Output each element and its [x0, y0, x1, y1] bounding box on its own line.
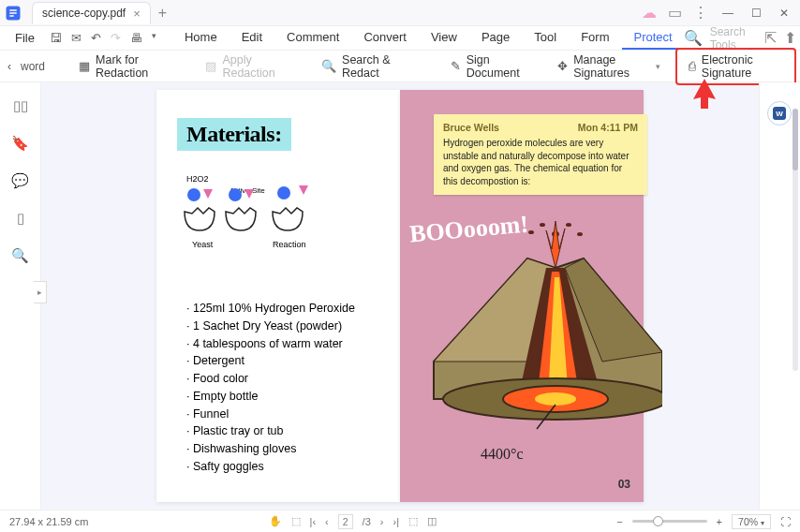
attachments-icon[interactable]: ▯: [17, 210, 24, 227]
mark-for-redaction-button[interactable]: ▦ Mark for Redaction: [67, 50, 183, 83]
apply-redaction-button: ▨ Apply Redaction: [194, 50, 299, 83]
canvas[interactable]: Materials: H2O2 Active Site Yeast: [41, 82, 759, 510]
list-item: 1 Sachet Dry Yeast (powder): [186, 318, 355, 335]
thumbnails-icon[interactable]: ▯▯: [13, 97, 28, 114]
zoom-slider-thumb[interactable]: [653, 516, 663, 526]
page-dimensions: 27.94 x 21.59 cm: [9, 516, 88, 527]
search-redact-icon: 🔍: [321, 59, 336, 73]
toolbar: ‹ word ▦ Mark for Redaction ▨ Apply Reda…: [0, 51, 800, 82]
tab-page[interactable]: Page: [470, 26, 521, 50]
yeast-label: Yeast: [192, 240, 214, 249]
sign-document-button[interactable]: ✎ Sign Document: [439, 50, 539, 83]
close-tab-icon[interactable]: ×: [133, 7, 141, 21]
materials-list: 125ml 10% Hydrogen Peroxide 1 Sachet Dry…: [186, 300, 355, 476]
search-tools-icon[interactable]: 🔍: [684, 29, 703, 47]
svg-marker-6: [299, 185, 308, 195]
statusbar: 27.94 x 21.59 cm ✋ ⬚ |‹ ‹ 2 /3 › ›| ⬚ ◫ …: [0, 510, 800, 532]
dropdown-icon[interactable]: ▾: [152, 31, 156, 45]
add-tab-icon[interactable]: +: [158, 5, 167, 22]
list-item: Empty bottle: [186, 388, 355, 406]
document-tab[interactable]: science-copy.pdf ×: [32, 2, 151, 24]
search-redact-button[interactable]: 🔍 Search & Redact: [310, 50, 421, 83]
list-item: 125ml 10% Hydrogen Peroxide: [186, 300, 355, 318]
notification-icon[interactable]: ▭: [668, 4, 682, 22]
svg-point-5: [277, 186, 290, 200]
page-right: Bruce Wells Mon 4:11 PM Hydrogen peroxid…: [400, 90, 644, 502]
fit-page-icon[interactable]: ⬚: [408, 515, 418, 527]
last-page-icon[interactable]: ›|: [393, 516, 399, 527]
volcano-illustration: [415, 212, 662, 436]
word-export-icon[interactable]: W: [767, 101, 792, 126]
share-icon[interactable]: ⇱: [764, 29, 777, 47]
scrollbar-thumb[interactable]: [793, 109, 798, 170]
maximize-icon[interactable]: ☐: [748, 5, 764, 22]
svg-point-9: [566, 223, 571, 227]
select-tool-icon[interactable]: ⬚: [291, 515, 301, 527]
minimize-icon[interactable]: —: [719, 5, 736, 22]
app-icon: [0, 0, 26, 26]
zoom-percent[interactable]: 70% ▾: [732, 514, 771, 529]
prev-page-icon[interactable]: ‹: [325, 516, 329, 527]
svg-point-11: [577, 232, 583, 236]
page-number: 03: [618, 478, 630, 491]
nav-word-label: word: [17, 60, 49, 73]
mail-icon[interactable]: ✉: [71, 31, 81, 45]
zoom-out-icon[interactable]: −: [616, 516, 622, 527]
titlebar: science-copy.pdf × + ☁ ▭ ⋮ — ☐ ✕: [0, 0, 800, 26]
sticky-note[interactable]: Bruce Wells Mon 4:11 PM Hydrogen peroxid…: [434, 114, 647, 195]
upload-icon[interactable]: ⬆: [784, 29, 796, 47]
workspace: ▯▯ 🔖 💬 ▯ 🔍 ▸ Materials: H2O2 Active Site: [0, 82, 800, 510]
svg-marker-2: [203, 189, 213, 199]
print-icon[interactable]: 🖶: [130, 31, 142, 45]
svg-point-1: [187, 188, 200, 201]
kebab-menu-icon[interactable]: ⋮: [693, 4, 708, 22]
chevron-down-icon: ▾: [656, 62, 660, 71]
next-page-icon[interactable]: ›: [380, 516, 384, 527]
tab-tool[interactable]: Tool: [523, 26, 568, 50]
sticky-body: Hydrogen peroxide molecules are very uns…: [443, 137, 638, 187]
scrollbar[interactable]: [793, 109, 798, 371]
page-left: Materials: H2O2 Active Site Yeast: [156, 90, 400, 502]
list-item: Detergent: [186, 352, 355, 370]
sticky-timestamp: Mon 4:11 PM: [578, 122, 638, 133]
zoom-in-icon[interactable]: +: [717, 516, 722, 527]
zoom-slider[interactable]: [632, 520, 707, 523]
enzyme-sketch: H2O2 Active Site Yeast Reaction: [179, 170, 329, 264]
sticky-author: Bruce Wells: [443, 122, 499, 133]
bookmarks-icon[interactable]: 🔖: [11, 135, 29, 152]
search-panel-icon[interactable]: 🔍: [11, 247, 29, 264]
redo-icon[interactable]: ↷: [111, 31, 121, 45]
tab-convert[interactable]: Convert: [352, 26, 418, 50]
tab-comment[interactable]: Comment: [275, 26, 350, 50]
close-window-icon[interactable]: ✕: [776, 5, 793, 22]
right-sidebar: W: [759, 82, 800, 510]
reaction-label: Reaction: [273, 240, 306, 249]
first-page-icon[interactable]: |‹: [310, 516, 317, 527]
comments-icon[interactable]: 💬: [11, 172, 29, 189]
hand-tool-icon[interactable]: ✋: [269, 515, 282, 527]
nav-prev-icon[interactable]: ‹: [4, 60, 15, 73]
list-item: Dishwashing gloves: [186, 440, 355, 458]
materials-title: Materials:: [177, 118, 291, 151]
svg-point-8: [540, 223, 545, 227]
electronic-signature-icon: ⎙: [689, 59, 696, 73]
tab-form[interactable]: Form: [570, 26, 620, 50]
tab-view[interactable]: View: [420, 26, 468, 50]
electronic-signature-button[interactable]: ⎙ Electronic Signature: [675, 48, 796, 85]
temperature-label: 4400°c: [481, 446, 524, 463]
tab-edit[interactable]: Edit: [230, 26, 274, 50]
fit-width-icon[interactable]: ◫: [427, 515, 437, 527]
tab-protect[interactable]: Protect: [622, 26, 683, 50]
undo-icon[interactable]: ↶: [91, 31, 101, 45]
page-number-input[interactable]: 2: [338, 514, 353, 529]
tab-home[interactable]: Home: [173, 26, 229, 50]
fullscreen-icon[interactable]: ⛶: [780, 516, 791, 527]
cloud-sync-icon[interactable]: ☁: [642, 4, 657, 22]
svg-point-10: [528, 230, 534, 234]
list-item: Plastic tray or tub: [186, 422, 355, 440]
manage-signatures-button[interactable]: ✥ Manage Signatures ▾: [546, 50, 672, 83]
file-menu[interactable]: File: [6, 31, 44, 45]
redaction-mark-icon: ▦: [79, 59, 90, 73]
save-icon[interactable]: 🖫: [50, 31, 62, 45]
sign-document-icon: ✎: [451, 59, 461, 73]
